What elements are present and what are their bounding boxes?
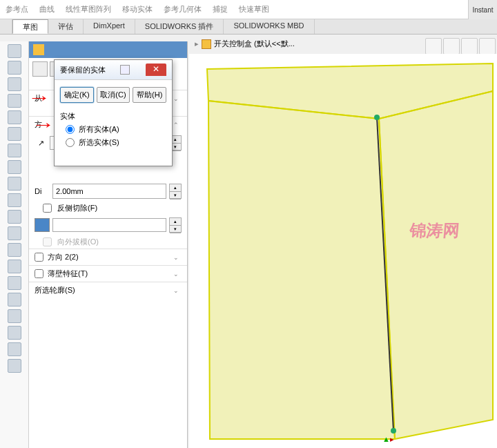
watermark: 锦涛网 [409, 220, 461, 242]
tool-icon[interactable] [8, 342, 21, 356]
tool-icon[interactable] [8, 44, 21, 58]
tool-icon[interactable] [8, 61, 21, 75]
distance-input[interactable] [52, 184, 166, 199]
part-icon [202, 39, 211, 49]
ribbon-item[interactable]: 移动实体 [122, 4, 153, 14]
reverse-cut-label: 反侧切除(F) [57, 203, 97, 213]
graphics-area[interactable]: 锦涛网 ▲▸ [189, 54, 497, 448]
tool-icon[interactable] [8, 110, 21, 124]
cancel-button[interactable]: 取消(C) [97, 87, 130, 103]
view-tool-icon[interactable] [425, 38, 442, 55]
draft-input[interactable] [52, 218, 166, 232]
svg-point-4 [374, 115, 380, 120]
draft-out-label: 向外拔模(O) [57, 237, 99, 247]
tool-icon[interactable] [8, 309, 21, 323]
tool-icon[interactable] [8, 326, 21, 340]
radio-all-bodies[interactable]: 所有实体(A) [60, 123, 166, 136]
distance-row: Di ▴▾ [29, 181, 187, 202]
chevron-down-icon: ⌄ [173, 271, 179, 277]
spinner[interactable]: ▴▾ [169, 184, 182, 199]
view-tool-icon[interactable] [461, 38, 478, 55]
ribbon-item[interactable]: 参考几何体 [164, 4, 202, 14]
reverse-cut-checkbox[interactable] [43, 204, 52, 213]
radio-label: 所有实体(A) [79, 124, 119, 135]
section-label: 方向 2(2) [48, 252, 79, 262]
annotation-arrow: → [28, 87, 51, 108]
ribbon-item[interactable]: 捕捉 [213, 4, 228, 14]
radio-input[interactable] [66, 138, 75, 147]
radio-label: 所选实体(S) [79, 137, 119, 148]
ok-icon[interactable] [32, 61, 48, 77]
help-icon[interactable] [120, 65, 130, 75]
tool-icon[interactable] [8, 144, 21, 157]
section-contours[interactable]: 所选轮廓(S) ⌄ [29, 282, 187, 298]
tool-icon[interactable] [8, 293, 21, 306]
tool-icon[interactable] [8, 94, 21, 108]
draft-icon[interactable] [35, 218, 50, 232]
view-tool-icon[interactable] [443, 38, 460, 55]
tool-icon[interactable] [8, 210, 21, 224]
dialog-title: 要保留的实体 [60, 65, 106, 75]
tool-icon[interactable] [8, 193, 21, 207]
draft-out-checkbox [43, 237, 52, 246]
tab-dimxpert[interactable]: DimXpert [84, 19, 135, 34]
feature-tree-root[interactable]: ▸ 开关控制盒 (默认<<默... [195, 39, 295, 49]
ribbon-item[interactable]: 线性草图阵列 [66, 4, 111, 14]
left-toolbar [0, 41, 29, 448]
tab-mbd[interactable]: SOLIDWORKS MBD [224, 19, 314, 34]
tool-icon[interactable] [8, 359, 21, 373]
dialog-body: 确定(K) 取消(C) 帮助(H) 实体 所有实体(A) 所选实体(S) [55, 80, 172, 166]
ribbon: 参考点 曲线 线性草图阵列 移动实体 参考几何体 捕捉 快速草图 Instant [0, 0, 497, 19]
tool-icon[interactable] [8, 226, 21, 240]
ribbon-item[interactable]: 快速草图 [239, 4, 269, 14]
ribbon-item[interactable]: 参考点 [6, 4, 28, 14]
dialog-titlebar[interactable]: 要保留的实体 ✕ [55, 60, 172, 80]
tool-icon[interactable] [8, 160, 21, 174]
spinner[interactable]: ▴▾ [169, 217, 182, 233]
close-icon[interactable]: ✕ [146, 64, 166, 76]
chevron-down-icon: ⌄ [173, 287, 179, 294]
reverse-icon[interactable]: ↗ [35, 139, 47, 148]
annotation-arrow: → [32, 114, 55, 135]
chevron-down-icon: ⌄ [173, 95, 179, 102]
tool-icon[interactable] [8, 260, 21, 273]
section-label: 薄壁特征(T) [48, 269, 88, 279]
instant-button[interactable]: Instant [468, 0, 497, 19]
tool-icon[interactable] [8, 276, 21, 290]
part-name: 开关控制盒 (默认<<默... [214, 39, 295, 49]
ok-button[interactable]: 确定(K) [60, 87, 94, 103]
section-direction2[interactable]: 方向 2(2) ⌄ [29, 249, 187, 265]
chevron-up-icon: ⌃ [173, 121, 179, 128]
section-label: 所选轮廓(S) [35, 285, 75, 295]
distance-icon: Di [35, 187, 50, 195]
radio-input[interactable] [66, 125, 75, 134]
svg-marker-1 [208, 101, 395, 439]
draft-row: ▴▾ [29, 215, 187, 235]
chevron-down-icon: ⌄ [173, 254, 179, 261]
bodies-group: 实体 所有实体(A) 所选实体(S) [60, 110, 166, 149]
tool-icon[interactable] [8, 177, 21, 191]
tab-evaluate[interactable]: 评估 [48, 19, 84, 34]
tab-sketch[interactable]: 草图 [12, 19, 48, 34]
ribbon-item[interactable]: 曲线 [39, 4, 55, 14]
radio-selected-bodies[interactable]: 所选实体(S) [60, 136, 166, 149]
view-tools [425, 38, 496, 55]
section-thin[interactable]: 薄壁特征(T) ⌄ [29, 265, 187, 282]
feature-icon [33, 44, 44, 55]
tab-plugins[interactable]: SOLIDWORKS 插件 [135, 19, 224, 34]
bodies-to-keep-dialog: 要保留的实体 ✕ 确定(K) 取消(C) 帮助(H) 实体 所有实体(A) 所选… [54, 59, 173, 166]
panel-header [29, 41, 187, 58]
tool-icon[interactable] [8, 77, 21, 91]
thin-checkbox[interactable] [35, 269, 43, 278]
svg-marker-2 [379, 91, 493, 439]
view-tool-icon[interactable] [479, 38, 496, 55]
draft-out-row[interactable]: 向外拔模(O) [29, 235, 187, 249]
tool-icon[interactable] [8, 127, 21, 141]
reverse-cut-row[interactable]: 反侧切除(F) [29, 202, 187, 215]
group-label: 实体 [60, 110, 166, 123]
command-tabs: 草图 评估 DimXpert SOLIDWORKS 插件 SOLIDWORKS … [0, 19, 497, 35]
help-button[interactable]: 帮助(H) [133, 87, 166, 103]
dir2-checkbox[interactable] [35, 253, 43, 262]
expand-icon[interactable]: ▸ [195, 39, 199, 48]
tool-icon[interactable] [8, 243, 21, 257]
